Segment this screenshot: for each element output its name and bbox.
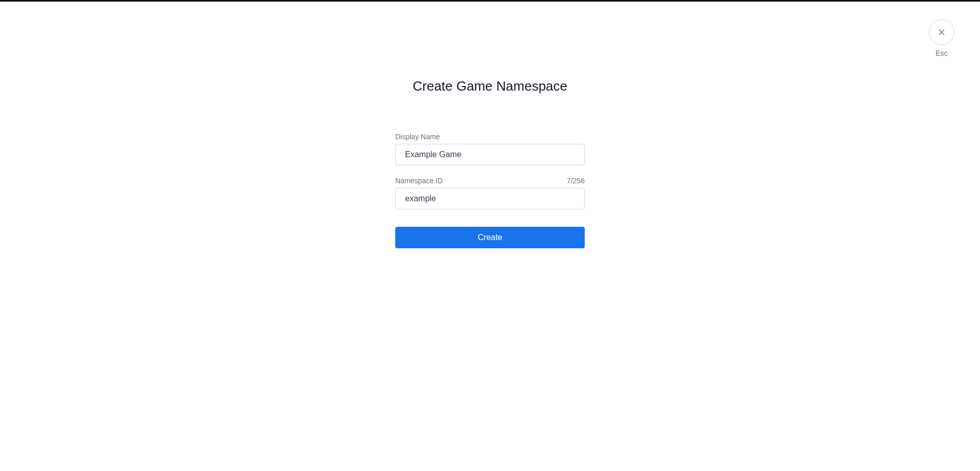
namespace-id-label: Namespace ID [395, 177, 443, 185]
namespace-id-label-row: Namespace ID 7/256 [395, 177, 585, 185]
display-name-label: Display Name [395, 133, 440, 141]
close-container: Esc [929, 19, 954, 57]
close-hint-label: Esc [935, 49, 947, 57]
display-name-label-row: Display Name [395, 133, 585, 141]
close-icon [937, 28, 946, 37]
modal-title: Create Game Namespace [413, 78, 567, 94]
namespace-id-group: Namespace ID 7/256 [395, 177, 585, 209]
namespace-id-counter: 7/256 [567, 177, 585, 185]
create-button[interactable]: Create [395, 227, 585, 248]
display-name-group: Display Name [395, 133, 585, 165]
namespace-id-input[interactable] [395, 188, 585, 209]
display-name-input[interactable] [395, 144, 585, 165]
close-button[interactable] [929, 19, 954, 45]
modal-content: Create Game Namespace Display Name Names… [395, 78, 585, 248]
